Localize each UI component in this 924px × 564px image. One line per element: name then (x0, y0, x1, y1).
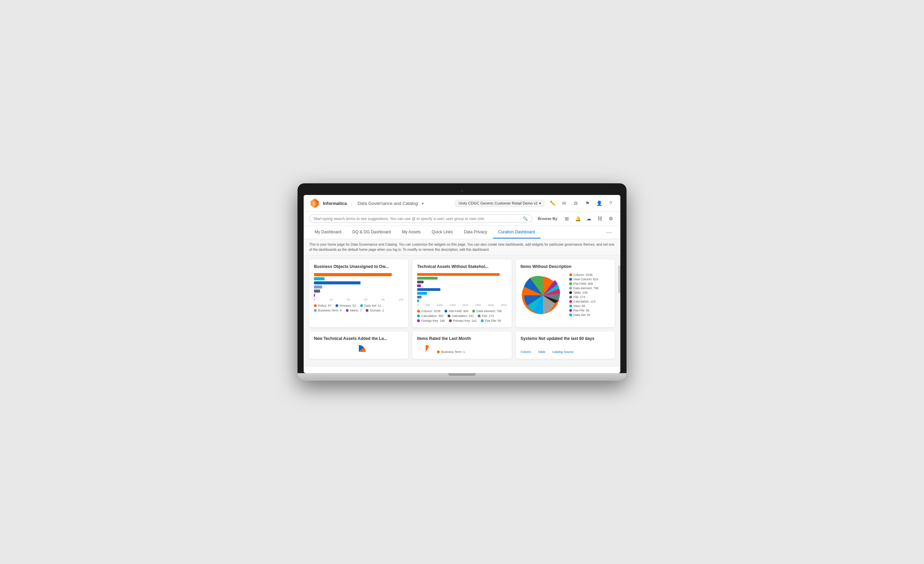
browse-icon-data[interactable]: ⊞ (563, 214, 571, 223)
systems-columns: Column Table Catalog Source (520, 345, 610, 359)
partial-pie-4 (350, 344, 368, 359)
hbar-flat-file (417, 300, 419, 302)
legend-item: Column: 3238 (417, 309, 440, 313)
bar-policy (314, 273, 392, 276)
edit-icon[interactable]: ✏️ (548, 199, 556, 207)
pie-legend-item: Flat File: 56 (569, 309, 599, 312)
pie-container: Column: 3238 View Column: 816 Flat Field… (520, 273, 610, 318)
product-name: Data Governance and Catalog (357, 201, 418, 206)
legend-dot (417, 310, 420, 312)
legend-item: Calculation: 393 (417, 314, 444, 318)
legend-dot (366, 309, 368, 312)
pie-legend-dot (569, 278, 572, 280)
legend-item: Data element: 796 (472, 309, 502, 313)
tab-quick-links[interactable]: Quick Links (426, 226, 458, 238)
legend-item: File: 173 (478, 314, 494, 318)
hbar-column (417, 273, 500, 276)
app-header: Informatica | Data Governance and Catalo… (304, 195, 620, 212)
pie-legend-dot (569, 287, 572, 290)
bar-business-term (314, 285, 322, 288)
scrollbar-thumb[interactable] (618, 266, 620, 293)
description-text: This is your home page for Data Governan… (309, 243, 615, 252)
widget-5-title: Items Rated the Last Month (417, 336, 507, 341)
mail-icon[interactable]: ✉ (560, 199, 568, 207)
pie-legend-dot (569, 273, 572, 276)
tenant-dropdown-arrow: ▾ (539, 201, 541, 206)
legend-1: Policy: 87 Process: 52 Data Set: 12 (314, 304, 404, 312)
legend-item: Policy: 87 (314, 304, 332, 308)
legend-item: Metric: 7 (346, 309, 362, 312)
pie-legend-dot (569, 300, 572, 303)
tab-curation-dashboard[interactable]: Curation Dashboard (493, 226, 540, 238)
pie-legend-dot (569, 291, 572, 294)
pie-legend-item: Table: 239 (569, 291, 599, 294)
legend-dot (417, 320, 420, 322)
help-icon[interactable]: ? (607, 199, 615, 207)
pie-chart-svg (520, 273, 565, 318)
search-area: 🔍 Browse By ⊞ 🔔 ☁ ⛓ ⚙ (304, 212, 620, 226)
pie-legend-item: Flat Field: 909 (569, 282, 599, 285)
header-icons: ✏️ ✉ ⧉ ⚑ 👤 ? (548, 199, 615, 207)
description-banner: This is your home page for Data Governan… (304, 239, 620, 255)
pie-legend-item: Data element: 796 (569, 286, 599, 290)
legend-item: Flat Field: 909 (444, 309, 468, 313)
laptop-base (297, 373, 627, 381)
laptop-frame: Informatica | Data Governance and Catalo… (297, 183, 627, 381)
product-dropdown-arrow[interactable]: ▾ (422, 201, 424, 205)
browse-icons: ⊞ 🔔 ☁ ⛓ ⚙ (563, 214, 615, 223)
hbar-flat-field (417, 288, 440, 291)
search-box[interactable]: 🔍 (309, 214, 532, 223)
widget-3-title: Items Without Description (520, 264, 610, 269)
partial-pie-5 (417, 344, 434, 359)
legend-dot (448, 315, 450, 317)
legend-item-rated: Business Term: 1 (437, 350, 465, 354)
tab-dq-dg-dashboard[interactable]: DQ & DG Dashboard (347, 226, 396, 238)
hbar-foreign-key (417, 284, 420, 287)
col-column: Column (520, 350, 531, 354)
search-input[interactable] (314, 216, 520, 220)
widget-items-rated: Items Rated the Last Month Business Term… (412, 332, 512, 359)
legend-item: Data Set: 12 (360, 304, 381, 308)
pie-legend-item: Calculation: 113 (569, 300, 599, 303)
tab-data-privacy[interactable]: Data Privacy (458, 226, 492, 238)
user-icon[interactable]: 👤 (595, 199, 603, 207)
header-right: Unity CDGC Generic Customer Retail Demo … (456, 199, 615, 207)
tenant-selector[interactable]: Unity CDGC Generic Customer Retail Demo … (456, 200, 544, 207)
legend-item: Domain: 1 (366, 309, 384, 312)
brand-name: Informatica (323, 201, 347, 206)
informatica-logo (309, 198, 320, 208)
widget-technical-assets: Technical Assets Without Stakehol... (412, 260, 512, 327)
browse-icon-network[interactable]: ⛓ (596, 214, 604, 223)
flag-icon[interactable]: ⚑ (584, 199, 591, 207)
bar-chart-2: 0 500 1000 1500 2000 2500 3000 3500 (417, 273, 507, 307)
widget-new-technical-assets: New Technical Assets Added the La... (309, 332, 408, 359)
legend-dot (449, 320, 452, 322)
pie-legend-dot (569, 282, 572, 285)
bar-metric (314, 290, 320, 292)
legend-dot (417, 315, 420, 317)
pie-legend-item: View Column: 816 (569, 278, 599, 281)
widget-4-title: New Technical Assets Added the La... (314, 336, 404, 341)
pie-legend-dot (569, 309, 572, 312)
legend-item: Process: 52 (336, 304, 356, 308)
tab-my-dashboard[interactable]: My Dashboard (309, 226, 347, 238)
scrollbar-track[interactable] (618, 255, 620, 367)
hbar-data-element (417, 277, 438, 280)
widget-1-title: Business Objects Unassigned to Ow... (314, 264, 404, 269)
legend-item: Flat File: 56 (481, 319, 501, 322)
laptop-screen: Informatica | Data Governance and Catalo… (304, 195, 620, 373)
pie-legend: Column: 3238 View Column: 816 Flat Field… (569, 273, 599, 318)
widget-items-description: Items Without Description (516, 260, 615, 327)
legend-dot (472, 310, 475, 312)
tab-my-assets[interactable]: My Assets (396, 226, 426, 238)
search-icon: 🔍 (523, 216, 528, 221)
copy-icon[interactable]: ⧉ (572, 199, 580, 207)
more-tabs-button[interactable]: ⋯ (603, 226, 615, 239)
bar-dataset (314, 277, 325, 280)
pie-legend-item: Data Set: 62 (569, 313, 599, 316)
browse-icon-settings[interactable]: ⚙ (607, 214, 615, 223)
browse-icon-cloud[interactable]: ☁ (585, 214, 593, 223)
browse-icon-bell[interactable]: 🔔 (574, 214, 582, 223)
legend-dot (481, 320, 484, 322)
pie-legend-item: Column: 3238 (569, 273, 599, 276)
